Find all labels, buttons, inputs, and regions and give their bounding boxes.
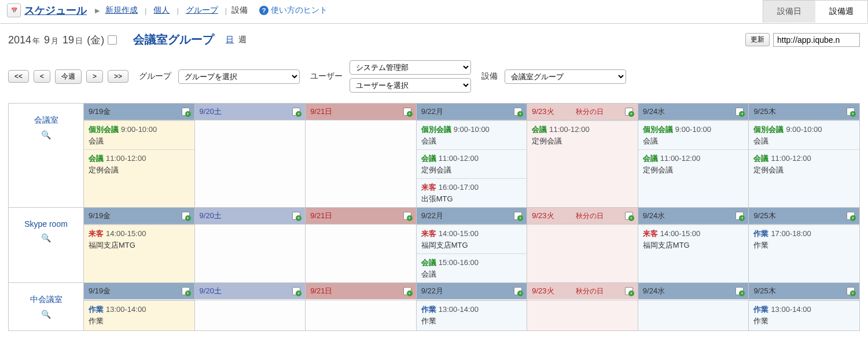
add-event-icon[interactable] <box>403 108 411 116</box>
resource-cell: 会議室🔍 <box>9 104 84 208</box>
add-event-icon[interactable] <box>514 108 522 116</box>
day-cell[interactable] <box>194 225 306 283</box>
add-event-icon[interactable] <box>292 212 300 220</box>
event-title: 会議 <box>753 137 768 145</box>
event-item[interactable]: 会議11:00-12:00定例会議 <box>749 149 859 178</box>
day-cell[interactable] <box>527 300 638 331</box>
event-item[interactable]: 個別会議9:00-10:00会議 <box>638 120 749 149</box>
day-cell[interactable]: 作業13:00-14:00作業 <box>749 300 860 331</box>
event-item[interactable]: 会議11:00-12:00定例会議 <box>527 120 638 149</box>
add-event-icon[interactable] <box>182 212 190 220</box>
add-event-icon[interactable] <box>292 108 300 116</box>
day-cell[interactable]: 来客14:00-15:00福岡支店MTG <box>84 225 195 283</box>
add-event-icon[interactable] <box>403 212 411 220</box>
resource-link[interactable]: 中会議室 <box>30 295 62 304</box>
add-event-icon[interactable] <box>514 212 522 220</box>
add-event-icon[interactable] <box>514 287 522 295</box>
event-item[interactable]: 会議11:00-12:00定例会議 <box>84 149 194 178</box>
day-cell[interactable]: 個別会議9:00-10:00会議会議11:00-12:00定例会議来客16:00… <box>416 120 527 208</box>
add-event-icon[interactable] <box>292 287 300 295</box>
event-title: 定例会議 <box>532 137 562 145</box>
day-cell[interactable]: 個別会議9:00-10:00会議会議11:00-12:00定例会議 <box>638 120 749 208</box>
nav-group[interactable]: グループ <box>186 5 218 16</box>
event-item[interactable]: 作業13:00-14:00作業 <box>84 300 194 329</box>
facility-select[interactable]: 会議室グループ <box>505 69 626 84</box>
event-item[interactable]: 来客14:00-15:00福岡支店MTG <box>638 225 749 253</box>
day-cell[interactable]: 作業13:00-14:00作業 <box>84 300 195 331</box>
day-header: 9/21日 <box>306 104 417 120</box>
event-item[interactable]: 作業13:00-14:00作業 <box>749 300 859 329</box>
date-picker-icon[interactable] <box>108 35 117 45</box>
nav-new[interactable]: 新規作成 <box>105 5 138 16</box>
nav-next[interactable]: > <box>86 70 103 83</box>
event-item[interactable]: 会議11:00-12:00定例会議 <box>417 149 527 178</box>
day-cell[interactable] <box>194 300 306 331</box>
event-time: 16:00-17:00 <box>439 183 479 192</box>
event-item[interactable]: 個別会議9:00-10:00会議 <box>84 120 194 149</box>
hint-link[interactable]: 使い方のヒント <box>271 5 328 16</box>
add-event-icon[interactable] <box>403 287 411 295</box>
nav-first[interactable]: << <box>8 70 29 83</box>
day-cell[interactable] <box>306 300 417 331</box>
magnify-icon[interactable]: 🔍 <box>12 310 80 319</box>
add-event-icon[interactable] <box>735 287 744 295</box>
day-label: 9/23火 <box>532 286 554 296</box>
day-cell[interactable] <box>638 300 749 331</box>
resource-link[interactable]: 会議室 <box>34 115 58 124</box>
add-event-icon[interactable] <box>625 287 633 295</box>
nav-today[interactable]: 今週 <box>55 69 82 84</box>
nav-prev[interactable]: < <box>34 70 50 83</box>
add-event-icon[interactable] <box>182 287 190 295</box>
event-title: 福岡支店MTG <box>89 241 135 249</box>
schedule-link[interactable]: スケジュール <box>24 3 87 17</box>
add-event-icon[interactable] <box>625 108 633 116</box>
event-item[interactable]: 作業13:00-14:00作業 <box>417 300 527 329</box>
refresh-button[interactable]: 更新 <box>745 33 770 46</box>
day-cell[interactable]: 個別会議9:00-10:00会議会議11:00-12:00定例会議 <box>749 120 860 208</box>
event-item[interactable]: 来客16:00-17:00出張MTG <box>417 178 527 207</box>
add-event-icon[interactable] <box>735 212 744 220</box>
event-item[interactable]: 個別会議9:00-10:00会議 <box>749 120 859 149</box>
day-cell[interactable] <box>306 225 417 283</box>
help-icon[interactable]: ? <box>259 6 269 15</box>
url-field[interactable] <box>773 33 860 47</box>
day-cell[interactable] <box>306 120 417 208</box>
user-select[interactable]: ユーザーを選択 <box>350 78 471 93</box>
event-item[interactable]: 会議11:00-12:00定例会議 <box>638 149 749 178</box>
day-header: 9/19金 <box>84 104 195 120</box>
add-event-icon[interactable] <box>625 212 633 220</box>
day-label: 9/20土 <box>200 211 222 221</box>
day-cell[interactable]: 来客14:00-15:00福岡支店MTG <box>638 225 749 283</box>
day-cell[interactable]: 会議11:00-12:00定例会議 <box>527 120 638 208</box>
dept-select[interactable]: システム管理部 <box>350 60 471 75</box>
day-cell[interactable]: 作業17:00-18:00作業 <box>749 225 860 283</box>
event-title: 会議 <box>643 137 658 145</box>
day-cell[interactable]: 作業13:00-14:00作業 <box>416 300 527 331</box>
group-select[interactable]: グループを選択 <box>178 69 300 84</box>
event-time: 13:00-14:00 <box>106 305 146 314</box>
magnify-icon[interactable]: 🔍 <box>12 130 80 139</box>
add-event-icon[interactable] <box>847 108 855 116</box>
day-cell[interactable] <box>194 120 306 208</box>
event-item[interactable]: 個別会議9:00-10:00会議 <box>417 120 527 149</box>
view-day-link[interactable]: 日 <box>226 35 234 44</box>
resource-link[interactable]: Skype room <box>24 219 68 229</box>
event-item[interactable]: 会議15:00-16:00会議 <box>417 253 527 282</box>
add-event-icon[interactable] <box>847 212 855 220</box>
day-label: 9/24水 <box>643 286 665 296</box>
magnify-icon[interactable]: 🔍 <box>12 233 80 242</box>
tab-facility-week[interactable]: 設備週 <box>815 1 867 23</box>
nav-last[interactable]: >> <box>108 70 128 83</box>
add-event-icon[interactable] <box>847 287 855 295</box>
event-item[interactable]: 来客14:00-15:00福岡支店MTG <box>417 225 527 253</box>
add-event-icon[interactable] <box>182 108 190 116</box>
tab-facility-day[interactable]: 設備日 <box>763 1 815 23</box>
day-cell[interactable] <box>527 225 638 283</box>
event-item[interactable]: 来客14:00-15:00福岡支店MTG <box>84 225 194 253</box>
day-cell[interactable]: 来客14:00-15:00福岡支店MTG会議15:00-16:00会議 <box>416 225 527 283</box>
add-event-icon[interactable] <box>735 108 744 116</box>
nav-personal[interactable]: 個人 <box>153 5 170 16</box>
event-item[interactable]: 作業17:00-18:00作業 <box>749 225 859 253</box>
day-cell[interactable]: 個別会議9:00-10:00会議会議11:00-12:00定例会議 <box>84 120 195 208</box>
holiday-name: 秋分の日 <box>576 211 604 221</box>
